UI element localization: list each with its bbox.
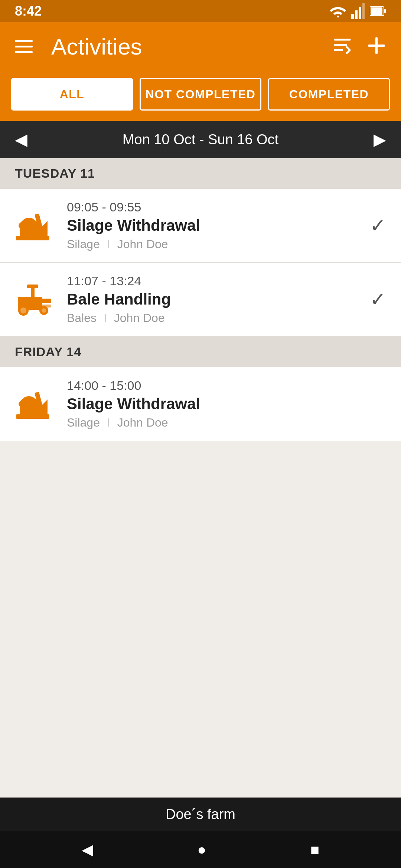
prev-week-button[interactable]: ◀ bbox=[15, 131, 27, 148]
activity-info: 09:05 - 09:55 Silage Withdrawal Silage I… bbox=[67, 200, 359, 251]
completed-check-icon: ✓ bbox=[370, 214, 386, 237]
activity-icon-bale bbox=[15, 279, 56, 320]
bale-icon bbox=[16, 280, 55, 319]
activity-time: 11:07 - 13:24 bbox=[67, 274, 359, 288]
activity-icon-silage-2 bbox=[15, 384, 56, 424]
svg-rect-7 bbox=[371, 7, 382, 15]
activity-icon-silage bbox=[15, 205, 56, 246]
activity-name: Silage Withdrawal bbox=[67, 395, 386, 413]
svg-rect-3 bbox=[359, 7, 361, 19]
svg-rect-2 bbox=[355, 10, 358, 19]
svg-rect-16 bbox=[16, 236, 49, 240]
header: Activities bbox=[0, 22, 401, 70]
svg-point-0 bbox=[337, 16, 339, 17]
filter-completed-button[interactable]: COMPLETED bbox=[268, 78, 390, 111]
activity-item[interactable]: 14:00 - 15:00 Silage Withdrawal Silage I… bbox=[0, 367, 401, 441]
svg-rect-22 bbox=[40, 299, 51, 303]
svg-point-36 bbox=[23, 396, 35, 403]
status-icons bbox=[330, 3, 386, 19]
svg-point-20 bbox=[23, 218, 35, 224]
svg-marker-15 bbox=[42, 221, 48, 238]
android-nav: ◀ ● ■ bbox=[0, 831, 401, 868]
activity-name: Bale Handling bbox=[67, 290, 359, 308]
svg-point-25 bbox=[20, 308, 26, 313]
day-header-tuesday: TUESDAY 11 bbox=[0, 158, 401, 189]
activity-info: 11:07 - 13:24 Bale Handling Bales I John… bbox=[67, 274, 359, 325]
empty-space bbox=[0, 441, 401, 798]
activity-info: 14:00 - 15:00 Silage Withdrawal Silage I… bbox=[67, 378, 386, 430]
svg-rect-32 bbox=[16, 414, 49, 419]
svg-marker-31 bbox=[42, 400, 48, 416]
farm-bar: Doe´s farm bbox=[0, 798, 401, 831]
add-button[interactable] bbox=[367, 36, 386, 57]
week-nav: ◀ Mon 10 Oct - Sun 16 Oct ▶ bbox=[0, 121, 401, 158]
page-title: Activities bbox=[51, 33, 322, 60]
activity-item[interactable]: 11:07 - 13:24 Bale Handling Bales I John… bbox=[0, 263, 401, 336]
activity-item[interactable]: 09:05 - 09:55 Silage Withdrawal Silage I… bbox=[0, 189, 401, 263]
week-label: Mon 10 Oct - Sun 16 Oct bbox=[123, 132, 278, 148]
next-week-button[interactable]: ▶ bbox=[374, 131, 386, 148]
svg-rect-4 bbox=[362, 3, 365, 19]
svg-point-27 bbox=[42, 308, 46, 313]
status-time: 8:42 bbox=[15, 3, 42, 19]
wifi-icon bbox=[330, 5, 346, 17]
android-recent-button[interactable]: ■ bbox=[310, 841, 319, 858]
filter-all-button[interactable]: ALL bbox=[11, 78, 133, 111]
add-icon bbox=[367, 36, 386, 55]
silage-icon-2 bbox=[16, 385, 55, 424]
sort-icon bbox=[333, 36, 352, 55]
activity-meta: Silage I John Doe bbox=[67, 237, 359, 251]
filter-not-completed-button[interactable]: NOT COMPLETED bbox=[140, 78, 261, 111]
day-header-friday: FRIDAY 14 bbox=[0, 336, 401, 367]
activity-time: 14:00 - 15:00 bbox=[67, 378, 386, 393]
sort-button[interactable] bbox=[333, 36, 352, 57]
completed-check-icon: ✓ bbox=[370, 288, 386, 310]
battery-icon bbox=[370, 6, 386, 16]
filter-bar: ALL NOT COMPLETED COMPLETED bbox=[0, 70, 401, 121]
farm-name: Doe´s farm bbox=[166, 806, 235, 822]
activity-name: Silage Withdrawal bbox=[67, 217, 359, 234]
android-home-button[interactable]: ● bbox=[197, 841, 206, 858]
svg-rect-6 bbox=[384, 9, 386, 13]
silage-icon bbox=[16, 206, 55, 245]
android-back-button[interactable]: ◀ bbox=[82, 841, 93, 858]
signal-icon bbox=[351, 3, 365, 19]
status-bar: 8:42 bbox=[0, 0, 401, 22]
activity-meta: Bales I John Doe bbox=[67, 311, 359, 325]
svg-rect-1 bbox=[351, 14, 354, 19]
activity-time: 09:05 - 09:55 bbox=[67, 200, 359, 214]
activity-meta: Silage I John Doe bbox=[67, 416, 386, 430]
menu-button[interactable] bbox=[15, 40, 33, 53]
svg-rect-29 bbox=[27, 285, 38, 288]
